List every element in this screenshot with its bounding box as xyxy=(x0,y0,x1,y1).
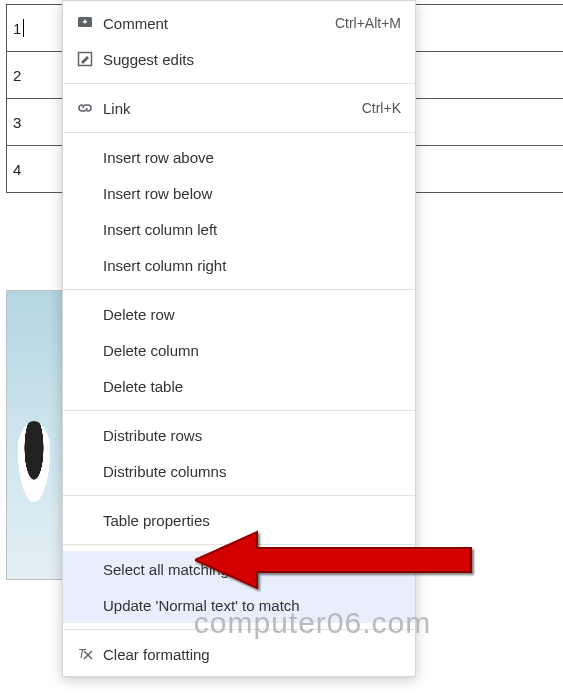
menu-label: Select all matching text xyxy=(103,561,257,578)
svg-rect-2 xyxy=(84,20,85,24)
menu-separator xyxy=(63,495,415,496)
menu-separator xyxy=(63,132,415,133)
menu-label: Suggest edits xyxy=(103,51,194,68)
cell-text: 2 xyxy=(13,67,21,84)
menu-separator xyxy=(63,544,415,545)
text-cursor xyxy=(23,19,24,37)
menu-label: Comment xyxy=(103,15,168,32)
menu-label: Clear formatting xyxy=(103,646,210,663)
menu-label: Delete row xyxy=(103,306,175,323)
cell-text: 3 xyxy=(13,114,21,131)
menu-label: Link xyxy=(103,100,131,117)
menu-item-distribute-rows[interactable]: Distribute rows xyxy=(63,417,415,453)
comment-icon xyxy=(75,13,95,33)
menu-item-table-properties[interactable]: Table properties xyxy=(63,502,415,538)
menu-label: Insert row above xyxy=(103,149,214,166)
menu-item-delete-row[interactable]: Delete row xyxy=(63,296,415,332)
menu-label: Update 'Normal text' to match xyxy=(103,597,300,614)
menu-item-select-matching-text[interactable]: Select all matching text xyxy=(63,551,415,587)
menu-label: Insert column right xyxy=(103,257,226,274)
menu-item-update-normal-text[interactable]: Update 'Normal text' to match xyxy=(63,587,415,623)
menu-label: Distribute rows xyxy=(103,427,202,444)
menu-separator xyxy=(63,629,415,630)
menu-item-insert-row-below[interactable]: Insert row below xyxy=(63,175,415,211)
svg-text:T: T xyxy=(78,647,87,661)
menu-label: Distribute columns xyxy=(103,463,226,480)
menu-item-clear-formatting[interactable]: T Clear formatting xyxy=(63,636,415,672)
context-menu: Comment Ctrl+Alt+M Suggest edits Link Ct… xyxy=(62,0,416,677)
menu-item-delete-table[interactable]: Delete table xyxy=(63,368,415,404)
menu-item-suggest-edits[interactable]: Suggest edits xyxy=(63,41,415,77)
menu-item-distribute-columns[interactable]: Distribute columns xyxy=(63,453,415,489)
clear-formatting-icon: T xyxy=(75,644,95,664)
menu-item-link[interactable]: Link Ctrl+K xyxy=(63,90,415,126)
menu-label: Table properties xyxy=(103,512,210,529)
menu-item-comment[interactable]: Comment Ctrl+Alt+M xyxy=(63,5,415,41)
background-image xyxy=(6,290,64,580)
link-icon xyxy=(75,98,95,118)
menu-label: Delete column xyxy=(103,342,199,359)
cell-text: 4 xyxy=(13,161,21,178)
cell-text: 1 xyxy=(13,20,21,37)
menu-item-insert-column-left[interactable]: Insert column left xyxy=(63,211,415,247)
menu-label: Insert row below xyxy=(103,185,212,202)
menu-item-delete-column[interactable]: Delete column xyxy=(63,332,415,368)
menu-shortcut: Ctrl+K xyxy=(362,100,401,116)
menu-shortcut: Ctrl+Alt+M xyxy=(335,15,401,31)
menu-label: Insert column left xyxy=(103,221,217,238)
menu-separator xyxy=(63,410,415,411)
menu-separator xyxy=(63,83,415,84)
menu-item-insert-column-right[interactable]: Insert column right xyxy=(63,247,415,283)
menu-separator xyxy=(63,289,415,290)
suggest-edits-icon xyxy=(75,49,95,69)
menu-item-insert-row-above[interactable]: Insert row above xyxy=(63,139,415,175)
menu-label: Delete table xyxy=(103,378,183,395)
